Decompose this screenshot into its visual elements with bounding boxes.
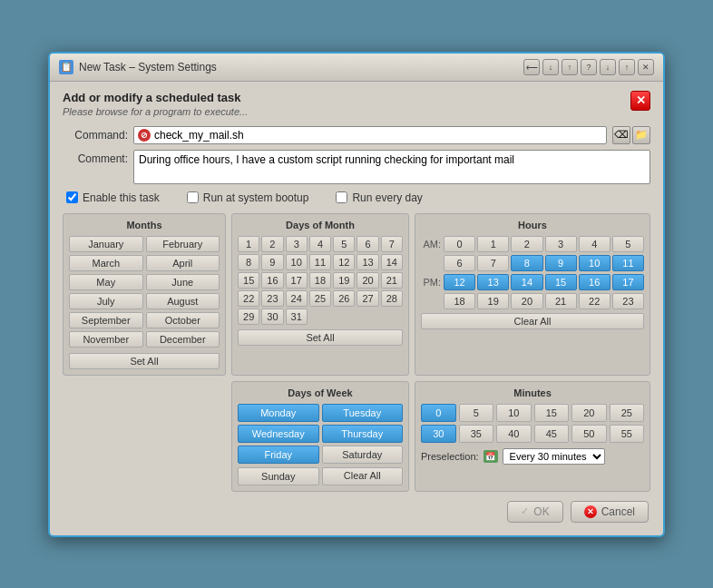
month-august[interactable]: August (146, 293, 220, 309)
months-set-all-button[interactable]: Set All (69, 353, 220, 369)
hours-clear-all-button[interactable]: Clear All (421, 313, 644, 329)
dom-11[interactable]: 11 (309, 254, 331, 270)
dom-27[interactable]: 27 (356, 290, 378, 307)
dom-18[interactable]: 18 (309, 272, 331, 289)
dom-4[interactable]: 4 (309, 236, 331, 252)
dom-24[interactable]: 24 (286, 290, 308, 307)
month-november[interactable]: November (69, 331, 143, 348)
dom-13[interactable]: 13 (356, 254, 378, 270)
enable-task-checkbox[interactable]: Enable this task (66, 191, 160, 204)
dow-thursday[interactable]: Thursday (322, 425, 404, 443)
dom-26[interactable]: 26 (333, 290, 355, 307)
hour-3[interactable]: 3 (545, 236, 577, 252)
hour-1[interactable]: 1 (477, 236, 509, 252)
hour-6[interactable]: 6 (444, 255, 475, 271)
run-bootup-checkbox[interactable]: Run at system bootup (187, 191, 309, 204)
min-15[interactable]: 15 (534, 404, 570, 422)
dow-monday[interactable]: Monday (238, 404, 319, 422)
month-september[interactable]: September (69, 312, 143, 328)
hour-4[interactable]: 4 (579, 236, 610, 252)
hour-12[interactable]: 12 (444, 274, 475, 290)
min-50[interactable]: 50 (571, 425, 607, 443)
header-close-button[interactable]: ✕ (630, 91, 650, 111)
hour-11[interactable]: 11 (612, 255, 644, 271)
titlebar-up-btn[interactable]: ↑ (562, 59, 578, 75)
month-june[interactable]: June (146, 274, 220, 290)
hour-23[interactable]: 23 (612, 293, 644, 309)
dom-30[interactable]: 30 (261, 309, 283, 325)
dom-8[interactable]: 8 (238, 254, 259, 270)
hour-17[interactable]: 17 (612, 274, 644, 290)
hour-13[interactable]: 13 (477, 274, 509, 290)
month-march[interactable]: March (69, 255, 143, 271)
min-5[interactable]: 5 (459, 404, 494, 422)
dom-29[interactable]: 29 (238, 309, 259, 325)
hour-9[interactable]: 9 (545, 255, 577, 271)
dom-25[interactable]: 25 (309, 290, 331, 307)
dom-7[interactable]: 7 (381, 236, 403, 252)
hour-21[interactable]: 21 (545, 293, 577, 309)
min-35[interactable]: 35 (459, 425, 494, 443)
hour-22[interactable]: 22 (579, 293, 610, 309)
dom-9[interactable]: 9 (261, 254, 283, 270)
dom-set-all-button[interactable]: Set All (238, 329, 403, 346)
min-55[interactable]: 55 (610, 425, 645, 443)
dow-wednesday[interactable]: Wednesday (238, 425, 319, 443)
dom-22[interactable]: 22 (238, 290, 259, 307)
dom-1[interactable]: 1 (238, 236, 259, 252)
dom-14[interactable]: 14 (381, 254, 403, 270)
dow-tuesday[interactable]: Tuesday (322, 404, 404, 422)
preselection-select[interactable]: Every minutes Every 5 minutes Every 10 m… (503, 448, 605, 465)
hour-5[interactable]: 5 (612, 236, 644, 252)
month-october[interactable]: October (146, 312, 220, 328)
dom-3[interactable]: 3 (286, 236, 308, 252)
hour-15[interactable]: 15 (545, 274, 577, 290)
min-0[interactable]: 0 (421, 404, 456, 422)
dom-23[interactable]: 23 (261, 290, 283, 307)
month-february[interactable]: February (146, 236, 220, 252)
dom-2[interactable]: 2 (261, 236, 283, 252)
dom-20[interactable]: 20 (356, 272, 378, 289)
min-20[interactable]: 20 (571, 404, 607, 422)
hour-2[interactable]: 2 (511, 236, 542, 252)
cancel-button[interactable]: ✕ Cancel (571, 501, 649, 523)
titlebar-down-btn[interactable]: ↓ (542, 59, 559, 75)
hour-20[interactable]: 20 (511, 293, 542, 309)
titlebar-maximize-btn[interactable]: ↑ (619, 59, 635, 75)
dom-19[interactable]: 19 (333, 272, 355, 289)
command-input[interactable] (154, 129, 602, 142)
dom-12[interactable]: 12 (333, 254, 355, 270)
dom-10[interactable]: 10 (286, 254, 308, 270)
command-clear-btn[interactable]: ⌫ (612, 126, 630, 144)
dow-clear-all-button[interactable]: Clear All (322, 467, 404, 485)
titlebar-minimize-btn[interactable]: ↓ (600, 59, 616, 75)
month-january[interactable]: January (69, 236, 143, 252)
dow-saturday[interactable]: Saturday (322, 446, 404, 464)
hour-18[interactable]: 18 (444, 293, 475, 309)
min-30[interactable]: 30 (421, 425, 456, 443)
titlebar-close-btn[interactable]: ✕ (638, 59, 654, 75)
ok-button[interactable]: ✓ OK (507, 501, 562, 523)
dom-15[interactable]: 15 (238, 272, 259, 289)
hour-10[interactable]: 10 (579, 255, 610, 271)
min-45[interactable]: 45 (534, 425, 570, 443)
dom-28[interactable]: 28 (381, 290, 403, 307)
dom-5[interactable]: 5 (333, 236, 355, 252)
dom-21[interactable]: 21 (381, 272, 403, 289)
hour-7[interactable]: 7 (477, 255, 509, 271)
command-browse-btn[interactable]: 📁 (632, 126, 650, 144)
hour-8[interactable]: 8 (511, 255, 542, 271)
hour-14[interactable]: 14 (511, 274, 542, 290)
min-25[interactable]: 25 (610, 404, 645, 422)
dom-6[interactable]: 6 (356, 236, 378, 252)
dow-friday[interactable]: Friday (238, 446, 319, 464)
hour-16[interactable]: 16 (579, 274, 610, 290)
dom-17[interactable]: 17 (286, 272, 308, 289)
month-july[interactable]: July (69, 293, 143, 309)
month-april[interactable]: April (146, 255, 220, 271)
hour-19[interactable]: 19 (477, 293, 509, 309)
dom-31[interactable]: 31 (286, 309, 308, 325)
dow-sunday[interactable]: Sunday (238, 467, 319, 485)
month-may[interactable]: May (69, 274, 143, 290)
min-40[interactable]: 40 (496, 425, 532, 443)
